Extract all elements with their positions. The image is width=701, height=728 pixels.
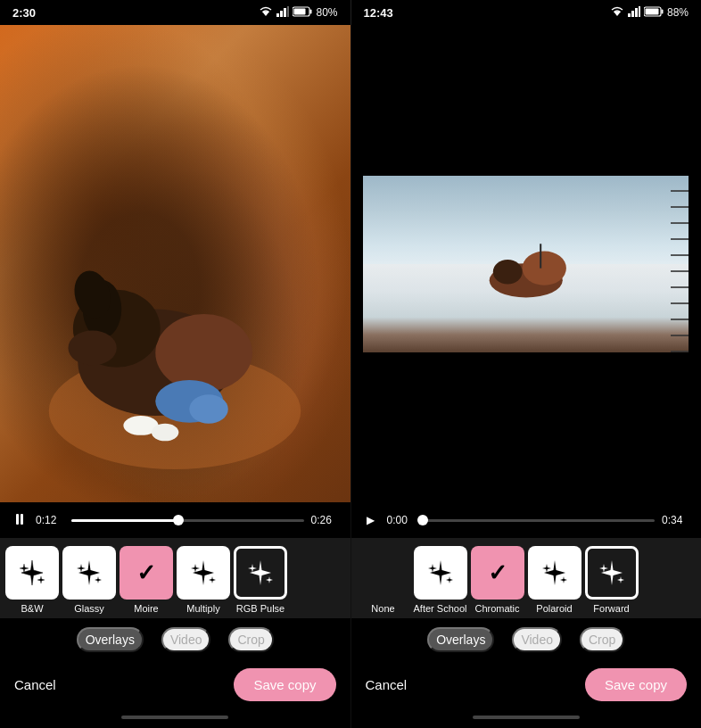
svg-point-24	[190, 394, 228, 424]
filter-chromatic[interactable]: ✓ Chromatic	[471, 546, 524, 614]
right-dog-silhouette	[477, 237, 575, 299]
left-progress-track[interactable]	[71, 519, 304, 522]
left-pause-button[interactable]	[11, 513, 29, 527]
right-home-indicator	[473, 716, 580, 719]
left-panel: 0:12 0:26 B&W	[0, 25, 351, 728]
wifi-icon	[259, 6, 273, 20]
right-tab-video[interactable]: Video	[512, 627, 562, 652]
right-tabs-bar: Overlays Video Crop	[351, 618, 702, 659]
svg-rect-15	[645, 8, 658, 14]
filter-rgb-pulse-box[interactable]	[234, 546, 287, 600]
right-progress-track[interactable]	[423, 519, 656, 522]
filter-polaroid-label: Polaroid	[536, 603, 572, 614]
right-status-icons: 88%	[610, 6, 689, 20]
right-playback-bar: ▶ 0:00 0:34	[351, 502, 702, 538]
right-time: 12:43	[364, 6, 393, 20]
filter-glassy-box[interactable]	[62, 546, 116, 600]
filter-bw-label: B&W	[21, 603, 43, 614]
left-current-time: 0:12	[36, 514, 64, 526]
right-cancel-button[interactable]: Cancel	[366, 677, 408, 692]
signal-icon-r	[628, 6, 640, 20]
filter-moire-box[interactable]: ✓	[120, 546, 173, 600]
svg-rect-11	[635, 8, 638, 17]
right-battery-pct: 88%	[667, 6, 689, 19]
filter-chromatic-label: Chromatic	[474, 603, 519, 614]
right-status-bar: 12:43	[351, 0, 702, 25]
filter-rgb-pulse[interactable]: RGB Pulse	[234, 546, 287, 614]
left-time: 2:30	[12, 6, 36, 20]
filter-none-label: None	[371, 603, 394, 614]
battery-icon	[293, 6, 312, 20]
svg-point-18	[156, 314, 253, 392]
filter-rgb-label: RGB Pulse	[236, 603, 285, 614]
filter-after-school[interactable]: After School	[414, 546, 467, 614]
left-home-indicator	[121, 716, 228, 719]
left-save-button[interactable]: Save copy	[234, 668, 335, 701]
signal-icon	[276, 6, 289, 20]
filter-multiply-box[interactable]	[177, 546, 230, 600]
left-battery-pct: 80%	[316, 6, 337, 19]
left-tab-video[interactable]: Video	[161, 627, 211, 652]
filter-glassy[interactable]: Glassy	[62, 546, 116, 614]
svg-rect-14	[661, 9, 663, 13]
left-tabs-bar: Overlays Video Crop	[0, 618, 350, 659]
right-current-time: 0:00	[387, 514, 416, 526]
left-video-area[interactable]	[0, 25, 350, 502]
battery-icon-r	[644, 6, 664, 20]
right-video-thumbnail	[363, 176, 689, 352]
svg-rect-9	[628, 13, 631, 17]
sparkle-icon	[189, 558, 218, 587]
right-filter-strip: None After School ✓ Chromatic	[351, 538, 702, 618]
left-dog-silhouette	[35, 169, 315, 479]
left-tab-crop[interactable]: Crop	[228, 627, 273, 652]
filter-none-box[interactable]	[357, 546, 410, 600]
svg-point-26	[152, 423, 178, 441]
filter-after-school-box[interactable]	[414, 546, 467, 600]
right-save-button[interactable]: Save copy	[585, 668, 687, 701]
filter-after-school-label: After School	[414, 603, 467, 614]
left-status-bar: 2:30	[0, 0, 350, 25]
filter-forward[interactable]: Forward	[585, 546, 639, 614]
right-bottom-actions: Cancel Save copy	[351, 659, 702, 712]
filter-moire[interactable]: ✓ Moire	[120, 546, 173, 614]
filter-polaroid-box[interactable]	[528, 546, 581, 600]
right-play-button[interactable]: ▶	[362, 514, 380, 526]
svg-rect-3	[284, 8, 286, 17]
filter-bw-box[interactable]	[5, 546, 59, 600]
filter-forward-label: Forward	[593, 603, 629, 614]
filter-bw[interactable]: B&W	[5, 546, 59, 614]
status-bars: 2:30	[0, 0, 701, 25]
sparkle-icon	[246, 558, 275, 587]
filter-polaroid[interactable]: Polaroid	[528, 546, 581, 614]
left-bottom-actions: Cancel Save copy	[0, 659, 350, 712]
svg-rect-6	[310, 9, 312, 13]
sparkle-icon	[426, 558, 455, 587]
left-cancel-button[interactable]: Cancel	[14, 677, 56, 692]
right-tab-crop[interactable]: Crop	[580, 627, 624, 652]
right-video-area[interactable]	[351, 25, 702, 502]
left-progress-thumb[interactable]	[173, 515, 184, 525]
left-progress-fill	[71, 519, 178, 522]
right-progress-thumb[interactable]	[417, 515, 428, 525]
filter-none[interactable]: None	[357, 546, 410, 614]
wifi-icon-r	[610, 6, 624, 20]
left-filter-strip: B&W Glassy ✓ Moire	[0, 538, 350, 618]
filter-glassy-label: Glassy	[74, 603, 104, 614]
sparkle-icon	[18, 558, 46, 587]
svg-rect-2	[280, 11, 283, 17]
svg-rect-1	[276, 13, 279, 17]
right-tab-overlays[interactable]: Overlays	[427, 627, 494, 652]
sparkle-icon	[75, 558, 103, 587]
left-total-time: 0:26	[311, 514, 340, 526]
filter-multiply[interactable]: Multiply	[177, 546, 230, 614]
svg-rect-12	[639, 6, 640, 17]
svg-point-29	[493, 260, 523, 284]
filter-moire-label: Moire	[134, 603, 159, 614]
left-tab-overlays[interactable]: Overlays	[77, 627, 144, 652]
sparkle-icon	[540, 558, 569, 587]
filter-forward-box[interactable]	[585, 546, 639, 600]
fence	[671, 176, 689, 352]
left-playback-bar: 0:12 0:26	[0, 502, 350, 538]
filter-chromatic-box[interactable]: ✓	[471, 546, 524, 600]
check-icon: ✓	[488, 559, 507, 587]
